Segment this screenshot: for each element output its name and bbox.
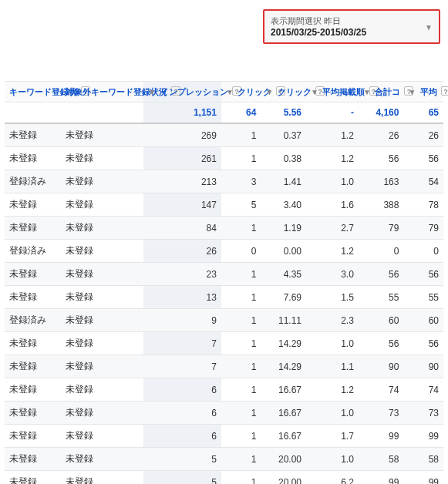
table-row[interactable]: 登録済み未登録21331.411.016354 [5, 170, 443, 193]
cell-kw1: 未登録 [5, 355, 61, 378]
cell-pos: 1.2 [306, 240, 359, 263]
cell-click: 1 [221, 123, 261, 147]
totals-row: 1,151 64 5.56 - 4,160 65 [5, 103, 443, 124]
table-row[interactable]: 未登録未登録6116.671.27474 [5, 378, 443, 402]
cell-imp: 213 [143, 170, 221, 193]
cell-kw2: 未登録 [61, 193, 144, 217]
cell-kw2: 未登録 [61, 332, 144, 355]
cell-kw2: 未登録 [61, 378, 144, 402]
cell-ctr: 0.37 [261, 123, 306, 147]
cell-avg: 73 [403, 402, 443, 425]
cell-pos: 1.7 [306, 425, 359, 448]
cell-kw1: 未登録 [5, 123, 61, 147]
table-row[interactable]: 未登録未登録6116.671.79999 [5, 425, 443, 448]
header-avg[interactable]: ▼ 平均 ? [403, 82, 443, 103]
cell-kw2: 未登録 [61, 471, 144, 484]
cell-ctr: 0.38 [261, 147, 306, 170]
cell-pos: 1.0 [306, 332, 359, 355]
cell-avg: 74 [403, 378, 443, 402]
cell-total: 0 [359, 240, 404, 263]
table-row[interactable]: 未登録未登録7114.291.05656 [5, 332, 443, 355]
sort-desc-icon: ▼ [363, 88, 371, 96]
date-range-preset: 昨日 [324, 16, 341, 25]
cell-ctr: 7.69 [261, 286, 306, 309]
chevron-down-icon: ▼ [425, 22, 433, 31]
cell-kw2: 未登録 [61, 263, 144, 286]
cell-ctr: 3.40 [261, 193, 306, 217]
table-row[interactable]: 未登録未登録8411.192.77979 [5, 217, 443, 240]
cell-kw1: 未登録 [5, 286, 61, 309]
cell-ctr: 1.41 [261, 170, 306, 193]
cell-pos: 1.6 [306, 193, 359, 217]
date-range-selector[interactable]: 表示期間選択 昨日 2015/03/25-2015/03/25 ▼ [263, 9, 440, 44]
cell-ctr: 4.35 [261, 263, 306, 286]
help-icon[interactable]: ? [441, 86, 448, 96]
table-row[interactable]: 登録済み未登録9111.112.36060 [5, 309, 443, 332]
cell-ctr: 14.29 [261, 355, 306, 378]
table-row[interactable]: 未登録未登録5120.006.29999 [5, 471, 443, 484]
header-clicks[interactable]: ▼ クリック ? [221, 82, 261, 103]
cell-click: 1 [221, 263, 261, 286]
header-keyword-status[interactable]: キーワード登録状 ? [5, 82, 61, 103]
table-row[interactable]: 未登録未登録5120.001.05858 [5, 448, 443, 471]
cell-total: 56 [359, 263, 404, 286]
table-row[interactable]: 登録済み未登録2600.001.200 [5, 240, 443, 263]
cell-kw2: 未登録 [61, 402, 144, 425]
cell-ctr: 20.00 [261, 448, 306, 471]
cell-kw1: 未登録 [5, 147, 61, 170]
cell-click: 1 [221, 402, 261, 425]
cell-total: 73 [359, 402, 404, 425]
cell-kw1: 未登録 [5, 263, 61, 286]
cell-click: 1 [221, 286, 261, 309]
table-row[interactable]: 未登録未登録2314.353.05656 [5, 263, 443, 286]
cell-total: 58 [359, 448, 404, 471]
cell-click: 1 [221, 309, 261, 332]
header-negative-keyword-status[interactable]: 対象外キーワード登録状況 ? [61, 82, 144, 103]
sort-desc-icon: ▼ [408, 88, 416, 96]
cell-click: 5 [221, 193, 261, 217]
cell-kw2: 未登録 [61, 147, 144, 170]
cell-total: 60 [359, 309, 404, 332]
totals-ctr: 5.56 [261, 103, 306, 124]
cell-kw1: 未登録 [5, 425, 61, 448]
cell-kw2: 未登録 [61, 217, 144, 240]
cell-kw1: 未登録 [5, 193, 61, 217]
cell-pos: 1.0 [306, 402, 359, 425]
cell-avg: 99 [403, 471, 443, 484]
table-row[interactable]: 未登録未登録6116.671.07373 [5, 402, 443, 425]
cell-avg: 90 [403, 355, 443, 378]
cell-kw1: 未登録 [5, 471, 61, 484]
cell-click: 1 [221, 147, 261, 170]
table-row[interactable]: 未登録未登録1317.691.55555 [5, 286, 443, 309]
table-header-row: キーワード登録状 ? 対象外キーワード登録状況 ? ▼ インプレッション ? ▼… [5, 82, 443, 103]
cell-ctr: 16.67 [261, 402, 306, 425]
header-ctr[interactable]: ▼ クリック ? [261, 82, 306, 103]
table-row[interactable]: 未登録未登録7114.291.19090 [5, 355, 443, 378]
cell-click: 0 [221, 240, 261, 263]
cell-avg: 55 [403, 286, 443, 309]
sort-desc-icon: ▼ [265, 88, 273, 96]
cell-total: 99 [359, 471, 404, 484]
cell-imp: 6 [143, 425, 221, 448]
totals-cost: 4,160 [359, 103, 404, 124]
cell-pos: 6.2 [306, 471, 359, 484]
table-row[interactable]: 未登録未登録14753.401.638878 [5, 193, 443, 217]
header-total-cost[interactable]: ▼ 合計コ ? [359, 82, 404, 103]
cell-imp: 5 [143, 471, 221, 484]
date-range-label: 表示期間選択 [271, 16, 322, 25]
header-label: 合計コ [375, 86, 400, 97]
cell-imp: 5 [143, 448, 221, 471]
header-label: クリック [278, 86, 312, 97]
header-avg-position[interactable]: ▼ 平均掲載順 ? [306, 82, 359, 103]
cell-avg: 58 [403, 448, 443, 471]
cell-pos: 3.0 [306, 263, 359, 286]
table-row[interactable]: 未登録未登録26110.381.25656 [5, 147, 443, 170]
cell-imp: 269 [143, 123, 221, 147]
cell-click: 1 [221, 332, 261, 355]
cell-pos: 2.3 [306, 309, 359, 332]
sort-desc-icon: ▼ [226, 88, 234, 96]
cell-kw1: 登録済み [5, 309, 61, 332]
cell-kw1: 未登録 [5, 378, 61, 402]
header-impressions[interactable]: ▼ インプレッション ? [143, 82, 221, 103]
table-row[interactable]: 未登録未登録26910.371.22626 [5, 123, 443, 147]
